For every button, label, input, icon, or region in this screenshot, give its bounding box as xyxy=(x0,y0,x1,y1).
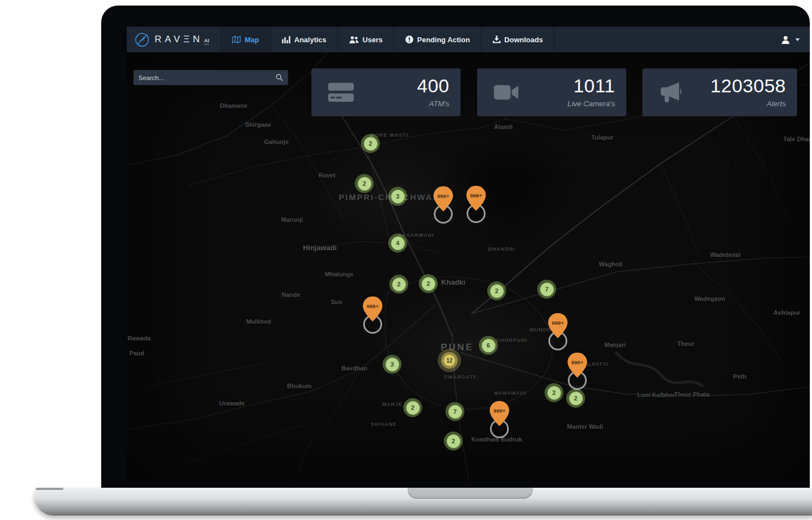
map-cluster-marker[interactable]: 3 xyxy=(388,187,407,206)
map-place-label: Manter Wadi xyxy=(567,423,603,430)
svg-text:999+: 999+ xyxy=(437,193,449,199)
svg-text:999+: 999+ xyxy=(493,408,506,414)
nav-item-downloads[interactable]: Downloads xyxy=(482,27,554,52)
map-cluster-marker[interactable]: 2 xyxy=(487,281,506,300)
svg-text:999+: 999+ xyxy=(552,320,564,326)
map-place-label: Dhamane xyxy=(220,102,247,109)
map-place-label: Mulkhed xyxy=(246,318,271,325)
stat-value-cameras: 1011 xyxy=(573,75,615,97)
map-pin-marker[interactable]: 999+ xyxy=(362,296,383,323)
map-place-label: Bhukum xyxy=(287,383,311,389)
map-place-label: Theur Phata xyxy=(674,391,710,398)
map-place-label: Hinjawadi xyxy=(303,244,337,252)
search-input[interactable] xyxy=(138,75,276,81)
map-place-label: Wadebolai xyxy=(710,251,741,258)
svg-text:999+: 999+ xyxy=(367,303,379,309)
user-icon[interactable] xyxy=(781,36,790,44)
map-place-label: Ravet xyxy=(319,172,335,179)
stat-label-alerts: Alerts xyxy=(766,100,786,108)
map-place-label: Wadegaon xyxy=(694,295,725,302)
map-cluster-marker[interactable]: 2 xyxy=(389,275,408,294)
search-box xyxy=(133,70,288,85)
brand-logo[interactable]: RAVΞN AI xyxy=(127,27,221,52)
map-cluster-marker[interactable]: 2 xyxy=(355,174,374,193)
map-place-label: Gahunje xyxy=(264,138,289,145)
nav-item-label: Analytics xyxy=(294,36,326,44)
map-place-label: Paud xyxy=(130,350,145,356)
map-pin-marker[interactable]: 999+ xyxy=(547,313,568,339)
map-cluster-marker[interactable]: 2 xyxy=(403,398,422,417)
map-place-label: Bavdhan xyxy=(341,365,367,372)
chevron-down-icon[interactable] xyxy=(795,38,800,41)
map-cluster-marker[interactable]: 7 xyxy=(537,280,556,299)
map-cluster-marker[interactable]: 6 xyxy=(479,336,498,355)
nav-item-label: Downloads xyxy=(504,36,543,44)
map-pin-marker[interactable]: 999+ xyxy=(489,400,510,427)
credit-card-icon xyxy=(328,83,354,102)
brand-name: RAVΞN xyxy=(155,34,203,45)
map-cluster-marker[interactable]: 2 xyxy=(566,389,585,408)
map-cluster-marker[interactable]: 3 xyxy=(383,355,402,374)
cluster-count: 2 xyxy=(447,434,461,448)
map-icon xyxy=(232,36,241,43)
nav-item-users[interactable]: Users xyxy=(338,27,394,52)
cluster-count: 4 xyxy=(391,236,405,250)
map-markers-layer: DhamaneShirgaavGahunjeRavetMORE WASTIAla… xyxy=(127,52,810,482)
map-cluster-marker[interactable]: 2 xyxy=(444,432,463,450)
nav-item-pending-action[interactable]: Pending Action xyxy=(394,27,482,52)
cluster-count: 7 xyxy=(540,283,554,296)
map-pin-marker[interactable]: 999+ xyxy=(433,186,454,212)
map-cluster-marker[interactable]: 2 xyxy=(419,274,438,293)
cluster-count: 6 xyxy=(482,339,496,353)
map-canvas[interactable]: DhamaneShirgaavGahunjeRavetMORE WASTIAla… xyxy=(127,52,810,482)
cluster-count: 2 xyxy=(364,137,378,151)
nav-item-analytics[interactable]: Analytics xyxy=(271,27,338,52)
map-place-label: Peth xyxy=(733,373,746,380)
map-place-label: Loni Kalbhor xyxy=(637,392,675,398)
brand-suffix: AI xyxy=(204,38,209,44)
map-place-label: Tale Dham xyxy=(784,136,810,142)
stat-card-alerts: 1203058 Alerts xyxy=(642,68,797,116)
cluster-count: 7 xyxy=(448,405,462,419)
exclamation-circle-icon xyxy=(405,36,413,43)
laptop-base-notch xyxy=(408,488,533,499)
map-pin-marker[interactable]: 999+ xyxy=(567,352,588,379)
map-cluster-marker[interactable]: 4 xyxy=(388,234,407,252)
cluster-count: 2 xyxy=(547,386,561,400)
nav-item-label: Pending Action xyxy=(417,36,470,44)
stat-value-alerts: 1203058 xyxy=(710,75,786,97)
top-navbar: RAVΞN AI Map Analytics xyxy=(127,27,810,52)
stat-label-atms: ATM's xyxy=(429,100,449,108)
map-place-label: SWARGATE xyxy=(444,374,477,380)
svg-text:999+: 999+ xyxy=(571,359,583,365)
map-place-label: Urawade xyxy=(219,400,245,407)
map-place-label: DHANORI xyxy=(488,246,516,252)
map-place-label: Sus xyxy=(331,299,342,305)
map-place-label: WARJE xyxy=(382,402,402,407)
laptop-hinge-gap xyxy=(36,488,63,490)
cluster-count: 2 xyxy=(569,392,583,405)
search-icon[interactable] xyxy=(276,74,283,81)
cluster-count: 3 xyxy=(391,190,405,204)
map-place-label: Alandi xyxy=(494,123,513,130)
map-place-label: WANAWADI xyxy=(494,390,527,396)
video-camera-icon xyxy=(494,83,519,101)
map-place-label: Tulapur xyxy=(591,134,613,141)
cluster-count: 2 xyxy=(422,277,435,291)
cluster-count: 2 xyxy=(392,278,406,291)
svg-text:999+: 999+ xyxy=(470,192,482,199)
stat-label-cameras: Live Camera's xyxy=(567,100,615,108)
map-place-label: Marunji xyxy=(281,216,303,223)
map-pin-marker[interactable]: 999+ xyxy=(466,185,487,212)
map-place-label: Ashtapur xyxy=(774,309,800,316)
stat-card-cameras: 1011 Live Camera's xyxy=(477,68,626,116)
nav-item-map[interactable]: Map xyxy=(221,27,271,52)
map-place-label: Nande xyxy=(281,291,300,298)
map-cluster-marker[interactable]: 2 xyxy=(361,134,380,153)
map-cluster-marker[interactable]: 2 xyxy=(544,383,563,402)
map-cluster-marker[interactable]: 7 xyxy=(445,402,464,421)
nav-item-label: Map xyxy=(245,36,259,44)
map-place-label: Theur xyxy=(677,340,695,347)
map-place-label: Wagholi xyxy=(599,261,622,268)
map-cluster-marker[interactable]: 12 xyxy=(438,349,461,372)
